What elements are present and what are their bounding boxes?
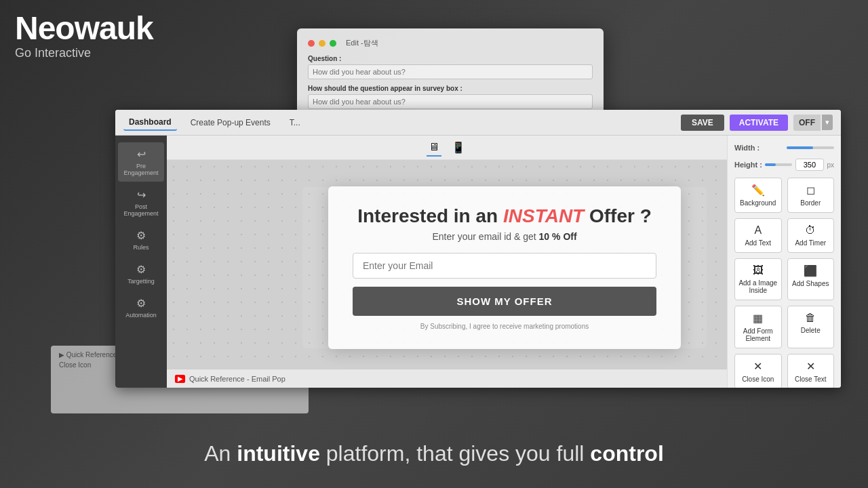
popup-email-input[interactable] (353, 253, 656, 279)
popup-subtext-highlight: 10 % Off (539, 231, 577, 242)
add-text-btn[interactable]: A Add Text (734, 218, 782, 253)
automation-icon: ⚙ (136, 297, 146, 310)
delete-icon: 🗑 (805, 312, 816, 324)
tab-create-events[interactable]: Create Pop-up Events (185, 115, 276, 130)
popup-heading-suffix: Offer ? (584, 205, 652, 226)
editor-sidebar: ↩ Pre Engagement ↪ Post Engagement ⚙ Rul… (115, 136, 167, 388)
canvas-area: Interested in an INSTANT Offer ? Enter y… (167, 160, 727, 369)
bottom-caption: An intuitive platform, that gives you fu… (0, 441, 868, 466)
desktop-device-btn[interactable]: 🖥 (427, 139, 441, 157)
popup-heading: Interested in an INSTANT Offer ? (353, 205, 656, 227)
display-label: How should the question appear in survey… (308, 85, 593, 92)
close-text-symbol: ✕ (806, 360, 815, 373)
add-text-icon: A (754, 224, 762, 237)
border-icon: ◻ (806, 184, 815, 197)
popup-cta-button[interactable]: SHOW MY OFFER (353, 287, 656, 316)
caption-middle: platform, that gives you full (320, 441, 590, 466)
pre-engagement-icon: ↩ (137, 148, 146, 161)
maximize-dot[interactable] (330, 40, 336, 47)
minimize-dot[interactable] (319, 40, 326, 47)
height-label: Height : (734, 161, 762, 169)
add-image-icon: 🖼 (753, 264, 764, 277)
targetting-icon: ⚙ (136, 263, 146, 276)
youtube-icon: ▶ (175, 375, 185, 383)
device-toolbar: 🖥 📱 (167, 136, 727, 160)
toggle-group: OFF ▾ (793, 115, 833, 131)
add-form-icon: ▦ (753, 312, 763, 325)
display-input[interactable] (308, 94, 593, 109)
height-unit: px (827, 161, 834, 169)
brand-title: Neowauk (15, 12, 153, 45)
brand-subtitle: Go Interactive (15, 46, 153, 60)
sidebar-item-targetting-label: Targetting (127, 278, 155, 285)
toggle-arrow[interactable]: ▾ (822, 115, 833, 130)
brand: Neowauk Go Interactive (15, 12, 153, 60)
editor-window: Dashboard Create Pop-up Events T... SAVE… (115, 110, 841, 388)
height-slider[interactable] (765, 163, 792, 166)
add-image-btn[interactable]: 🖼 Add a Image Inside (734, 258, 782, 300)
popup-heading-prefix: Interested in an (357, 205, 503, 226)
question-input[interactable] (308, 64, 593, 79)
editor-body: ↩ Pre Engagement ↪ Post Engagement ⚙ Rul… (115, 136, 841, 388)
editor-topbar: Dashboard Create Pop-up Events T... SAVE… (115, 110, 841, 136)
save-top-button[interactable]: SAVE (681, 115, 724, 131)
popup-heading-highlight: INSTANT (503, 205, 584, 226)
height-row: Height : px (734, 159, 834, 171)
close-icon-symbol: ✕ (753, 360, 762, 373)
caption-highlight1: intuitive (237, 441, 320, 466)
background-btn[interactable]: ✏️ Background (734, 178, 782, 213)
rules-icon: ⚙ (136, 229, 146, 242)
modal-titlebar: Edit -탐색 (308, 38, 593, 48)
sidebar-item-pre-label: Pre Engagement (123, 163, 158, 176)
add-timer-btn[interactable]: ⏱ Add Timer (787, 218, 835, 253)
sidebar-item-rules-label: Rules (133, 244, 149, 251)
background-icon: ✏️ (751, 184, 765, 197)
tab-extra[interactable]: T... (284, 115, 306, 130)
tablet-device-btn[interactable]: 📱 (450, 139, 467, 156)
width-row: Width : (734, 144, 834, 152)
sidebar-item-automation[interactable]: ⚙ Automation (118, 291, 164, 324)
close-dot[interactable] (308, 40, 315, 47)
add-timer-icon: ⏱ (805, 224, 816, 237)
tab-dashboard[interactable]: Dashboard (123, 115, 177, 131)
close-text-btn[interactable]: ✕ Close Text (787, 354, 835, 388)
sidebar-item-pre-engagement[interactable]: ↩ Pre Engagement (118, 142, 164, 182)
post-engagement-icon: ↪ (137, 188, 146, 201)
email-popup-preview: Interested in an INSTANT Offer ? Enter y… (302, 187, 707, 348)
sidebar-item-targetting[interactable]: ⚙ Targetting (118, 258, 164, 290)
caption-prefix: An (204, 441, 237, 466)
width-slider-fill (787, 146, 813, 149)
delete-btn[interactable]: 🗑 Delete (787, 306, 835, 348)
activate-button[interactable]: ACTIVATE (730, 115, 788, 131)
sidebar-item-rules[interactable]: ⚙ Rules (118, 224, 164, 256)
properties-panel: Width : Height : px ✏️ Background (727, 136, 841, 388)
popup-inner: Interested in an INSTANT Offer ? Enter y… (328, 186, 681, 349)
question-label: Question : (308, 55, 593, 62)
width-slider[interactable] (787, 146, 834, 149)
editor-center: 🖥 📱 Interested in an INSTANT Offer ? Ent… (167, 136, 727, 388)
popup-disclaimer: By Subscribing, I agree to receive marke… (353, 323, 656, 330)
topbar-right: SAVE ACTIVATE OFF ▾ (681, 115, 833, 131)
add-shapes-btn[interactable]: ⬛ Add Shapes (787, 258, 835, 300)
border-btn[interactable]: ◻ Border (787, 178, 835, 213)
close-icon-btn[interactable]: ✕ Close Icon (734, 354, 782, 388)
width-label: Width : (734, 144, 760, 152)
modal-title: Edit -탐색 (346, 38, 378, 48)
add-shapes-icon: ⬛ (804, 264, 817, 277)
height-slider-fill (765, 163, 776, 166)
height-input[interactable] (795, 159, 824, 171)
property-buttons-grid: ✏️ Background ◻ Border A Add Text ⏱ Add … (734, 178, 834, 388)
quick-reference-bar: ▶ Quick Reference - Email Pop (167, 369, 727, 388)
caption-highlight2: control (590, 441, 663, 466)
sidebar-item-post-label: Post Engagement (123, 203, 158, 217)
off-label: OFF (793, 115, 821, 131)
add-form-btn[interactable]: ▦ Add Form Element (734, 306, 782, 348)
sidebar-item-post-engagement[interactable]: ↪ Post Engagement (118, 183, 164, 222)
quick-ref-label: Quick Reference - Email Pop (189, 375, 285, 383)
popup-subtext: Enter your email id & get 10 % Off (353, 231, 656, 242)
sidebar-item-automation-label: Automation (125, 312, 157, 319)
